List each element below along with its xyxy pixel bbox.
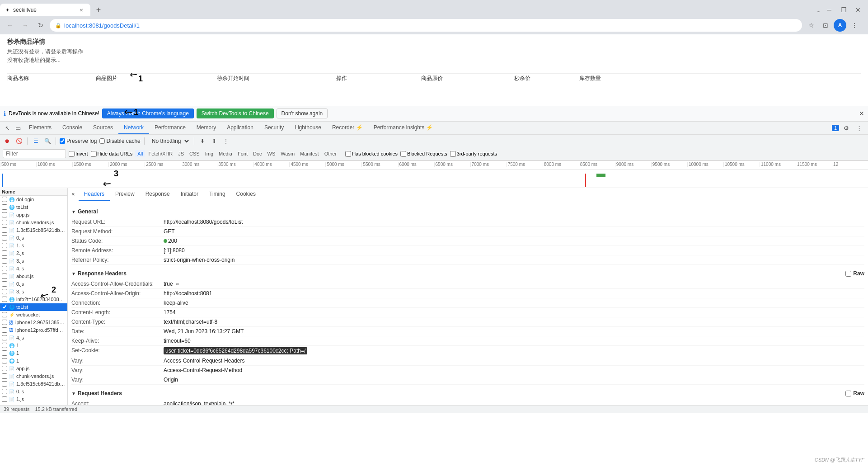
file-item-checkbox[interactable] (2, 366, 7, 371)
tab-performance-insights[interactable]: Performance insights ⚡ (368, 122, 438, 134)
file-item[interactable]: 🌐toList (0, 203, 67, 211)
filter-css[interactable]: CSS (187, 150, 202, 157)
file-item-checkbox[interactable] (2, 227, 7, 233)
file-item[interactable]: 🌐doLogin (0, 196, 67, 203)
file-item-checkbox[interactable] (2, 243, 7, 248)
file-item-checkbox[interactable] (2, 358, 7, 363)
request-raw-checkbox[interactable] (845, 391, 851, 396)
file-item[interactable]: ⚡websocket (0, 311, 67, 319)
file-item[interactable]: 📄about.js (0, 273, 67, 280)
disable-cache-label[interactable]: Disable cache (99, 138, 140, 144)
headers-tab-timing[interactable]: Timing (204, 188, 231, 201)
file-item-checkbox[interactable] (2, 373, 7, 379)
profile-button[interactable]: A (834, 19, 846, 32)
filter-manifest[interactable]: Manifest (298, 150, 321, 157)
hide-data-urls-checkbox[interactable] (91, 151, 97, 157)
filter-fetch-xhr[interactable]: Fetch/XHR (146, 150, 175, 157)
file-item-checkbox[interactable] (2, 289, 7, 294)
file-item-checkbox[interactable] (2, 304, 7, 310)
star-button[interactable]: ☆ (805, 19, 817, 32)
tab-application[interactable]: Application (221, 122, 259, 134)
file-item[interactable]: 📄app.js (0, 365, 67, 373)
file-item[interactable]: 📄0.js (0, 388, 67, 396)
record-button[interactable]: ⏺ (3, 137, 12, 146)
clear-button[interactable]: 🚫 (14, 137, 23, 146)
tab-elements[interactable]: Elements (23, 122, 57, 134)
blocked-requests-checkbox[interactable] (400, 151, 406, 157)
file-item[interactable]: 📄chunk-vendors.js (0, 373, 67, 380)
request-raw-label[interactable]: Raw (845, 390, 864, 396)
third-party-checkbox[interactable] (450, 151, 456, 157)
devtools-more-icon[interactable]: ⋮ (854, 123, 864, 133)
file-item-checkbox[interactable] (2, 381, 7, 387)
tab-overflow-icon[interactable]: ⌄ (816, 7, 821, 14)
new-tab-button[interactable]: + (92, 4, 105, 16)
file-item[interactable]: 🌐1 (0, 357, 67, 365)
close-button[interactable]: ✕ (852, 4, 864, 16)
tab-console[interactable]: Console (57, 122, 88, 134)
disable-cache-checkbox[interactable] (99, 138, 105, 144)
tab-close-icon[interactable]: ✕ (78, 6, 85, 14)
forward-button[interactable]: → (19, 19, 32, 32)
search-icon-btn[interactable]: 🔍 (43, 137, 52, 146)
file-item[interactable]: 📄1.js (0, 396, 67, 403)
general-toggle[interactable]: ▼ (71, 209, 76, 214)
filter-doc[interactable]: Doc (251, 150, 264, 157)
file-item[interactable]: 📄4.js (0, 334, 67, 342)
file-item-checkbox[interactable] (2, 212, 7, 217)
file-item[interactable]: 📄1.js (0, 242, 67, 250)
filter-img[interactable]: Img (203, 150, 216, 157)
file-item[interactable]: 📄0.js (0, 234, 67, 242)
file-item[interactable]: 📄app.js (0, 211, 67, 219)
filter-input[interactable] (3, 149, 66, 158)
minimize-button[interactable]: ─ (823, 4, 835, 16)
invert-checkbox[interactable] (69, 151, 75, 157)
network-more-icon[interactable]: ⋮ (221, 137, 230, 146)
tab-memory[interactable]: Memory (191, 122, 221, 134)
file-item-checkbox[interactable] (2, 274, 7, 279)
dont-show-button[interactable]: Don't show again (277, 108, 328, 118)
filter-wasm[interactable]: Wasm (278, 150, 297, 157)
headers-tab-preview[interactable]: Preview (110, 188, 140, 201)
headers-tab-cookies[interactable]: Cookies (231, 188, 261, 201)
restore-button[interactable]: ❐ (837, 4, 850, 16)
response-raw-label[interactable]: Raw (845, 270, 864, 277)
third-party-label[interactable]: 3rd-party requests (450, 151, 497, 157)
file-item[interactable]: 🌐1 (0, 342, 67, 349)
request-headers-toggle[interactable]: ▼ (71, 391, 76, 396)
active-tab[interactable]: ✦ seckillvue ✕ (0, 4, 90, 16)
device-icon-btn[interactable]: ▭ (13, 123, 23, 133)
file-item[interactable]: 🖼iphone12.96751385.png (0, 319, 67, 326)
always-match-button[interactable]: Always match Chrome's language (102, 108, 194, 118)
file-item-checkbox[interactable] (2, 327, 7, 333)
file-item-checkbox[interactable] (2, 396, 7, 402)
file-item-checkbox[interactable] (2, 343, 7, 348)
settings-button[interactable]: ⋮ (848, 19, 861, 32)
headers-tab-close[interactable]: × (68, 188, 79, 201)
file-item[interactable]: 🌐info?t=1687834008222 (0, 296, 67, 303)
file-item[interactable]: 📄4.js (0, 265, 67, 273)
tab-lighthouse[interactable]: Lighthouse (289, 122, 327, 134)
tab-security[interactable]: Security (259, 122, 289, 134)
file-item[interactable]: 📄0.js (0, 280, 67, 288)
filter-js[interactable]: JS (176, 150, 186, 157)
file-item[interactable]: 📄1.3cf515cb85421db42480.h... (0, 226, 67, 234)
file-item-checkbox[interactable] (2, 312, 7, 317)
invert-label[interactable]: Invert (69, 151, 88, 157)
filter-all[interactable]: All (135, 150, 145, 157)
blocked-requests-label[interactable]: Blocked Requests (400, 151, 447, 157)
switch-devtools-button[interactable]: Switch DevTools to Chinese (197, 108, 274, 118)
file-item[interactable]: 🌐toList (0, 303, 67, 311)
file-item-checkbox[interactable] (2, 204, 7, 210)
file-item-checkbox[interactable] (2, 258, 7, 264)
extension-button[interactable]: ⊡ (819, 19, 832, 32)
tab-performance[interactable]: Performance (149, 122, 191, 134)
devtools-settings-icon[interactable]: ⚙ (841, 123, 852, 133)
notification-close-icon[interactable]: ✕ (859, 110, 864, 117)
blocked-cookies-checkbox[interactable] (345, 151, 351, 157)
export-icon-btn[interactable]: ⬆ (210, 137, 219, 146)
reload-button[interactable]: ↻ (34, 19, 47, 32)
file-item-checkbox[interactable] (2, 235, 7, 241)
file-item-checkbox[interactable] (2, 281, 7, 287)
file-item-checkbox[interactable] (2, 297, 7, 302)
